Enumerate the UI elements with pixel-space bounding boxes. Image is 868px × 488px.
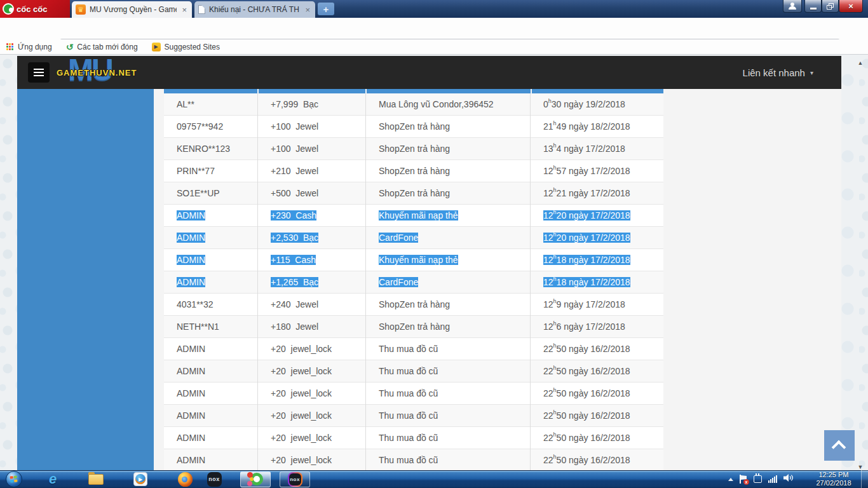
table-row[interactable]: ADMIN+20 jewel_lockThu mua đồ cũ22h50 ng… [164,360,663,383]
cell-amount: +20 jewel_lock [258,405,366,427]
table-row[interactable]: PRIN**77+210 JewelShopZen trả hàng12h57 … [164,160,663,182]
cell-time: 22h50 ngày 16/2/2018 [531,405,663,427]
bookmark-label: Các tab mới đóng [77,43,137,51]
cell-description: Thu mua đồ cũ [366,338,531,360]
close-icon: × [848,1,853,11]
minimize-button[interactable] [804,0,822,13]
suggested-sites-icon: ▶ [152,43,161,51]
coccoc-logo-icon [3,3,14,15]
system-tray: x [728,470,811,488]
taskbar-nox-icon[interactable]: nox [205,471,224,487]
show-desktop-button[interactable] [861,470,868,488]
cell-account: ADMIN [164,338,258,360]
cell-description: Khuyến mãi nạp thẻ [366,205,531,227]
cell-account: ADMIN [164,383,258,405]
table-row[interactable]: ADMIN+20 jewel_lockThu mua đồ cũ22h50 ng… [164,449,663,470]
cell-account: SO1E**UP [164,182,258,205]
table-row[interactable]: ADMIN+20 jewel_lockThu mua đồ cũ22h50 ng… [164,427,663,449]
cell-time: 12h21 ngày 17/2/2018 [531,182,663,205]
cell-description: Thu mua đồ cũ [366,405,531,427]
bookmark-suggested-sites[interactable]: ▶ Suggested Sites [152,43,220,51]
chevron-down-icon: ▾ [810,69,813,76]
taskbar-firefox-icon[interactable] [175,471,194,487]
table-row[interactable]: ADMIN+1,265 BạcCardFone12h18 ngày 17/2/2… [164,271,663,294]
cell-account: ADMIN [164,227,258,249]
cell-account: ADMIN [164,249,258,271]
table-row[interactable]: SO1E**UP+500 JewelShopZen trả hàng12h21 … [164,182,663,205]
taskbar-explorer-icon[interactable] [86,471,105,487]
cell-time: 12h20 ngày 17/2/2018 [531,205,663,227]
scrollbar-down-icon[interactable]: ▼ [856,464,865,470]
browser-toolbar: ← → ↻ i vq.gamethuvn.net/account/#auth/b… [0,18,868,39]
chevron-up-icon [832,440,846,455]
bank-log-table: AL**+7,999 BạcMua Lông vũ Condor,3964520… [164,93,663,470]
table-row[interactable]: ADMIN+2,530 BạcCardFone12h20 ngày 17/2/2… [164,227,663,249]
menu-hamburger-button[interactable] [28,62,50,83]
cell-time: 12h57 ngày 17/2/2018 [531,160,663,182]
table-row[interactable]: ADMIN+230 CashKhuyến mãi nạp thẻ12h20 ng… [164,205,663,227]
cell-time: 13h4 ngày 17/2/2018 [531,138,663,160]
cell-description: Thu mua đồ cũ [366,449,531,470]
scrollbar-up-icon[interactable]: ▲ [856,60,865,66]
bookmark-apps[interactable]: Ứng dụng [6,43,52,51]
cell-time: 12h6 ngày 17/2/2018 [531,316,663,338]
browser-titlebar: cốc cốc ♛ MU Vương Quyền - Game × Khiếu … [0,0,868,18]
tab-close-icon[interactable]: × [304,5,311,15]
restore-button[interactable] [822,0,839,13]
table-row[interactable]: 4031**32+240 JewelShopZen trả hàng12h9 n… [164,294,663,316]
cell-amount: +230 Cash [258,205,366,227]
taskbar-clock[interactable]: 12:25 PM 27/02/2018 [808,470,859,488]
network-signal-icon[interactable] [768,475,777,483]
cell-time: 22h50 ngày 16/2/2018 [531,427,663,449]
tab-title: MU Vương Quyền - Game [90,5,177,14]
table-row[interactable]: ADMIN+115 CashKhuyến mãi nạp thẻ12h18 ng… [164,249,663,271]
cell-description: Mua Lông vũ Condor,396452 [366,93,531,116]
cell-amount: +7,999 Bạc [258,93,366,116]
tray-show-hidden-icon[interactable] [728,478,733,481]
volume-icon[interactable] [783,473,794,485]
table-row[interactable]: 09757**942+100 JewelShopZen trả hàng21h4… [164,116,663,138]
table-row[interactable]: ADMIN+20 jewel_lockThu mua đồ cũ22h50 ng… [164,383,663,405]
table-row[interactable]: KENRO**123+100 JewelShopZen trả hàng13h4… [164,138,663,160]
start-button[interactable] [6,471,22,487]
cell-description: ShopZen trả hàng [366,316,531,338]
table-row[interactable]: NETH**N1+180 JewelShopZen trả hàng12h6 n… [164,316,663,338]
back-to-top-button[interactable] [824,430,855,461]
table-row[interactable]: ADMIN+20 jewel_lockThu mua đồ cũ22h50 ng… [164,338,663,360]
coccoc-brand-banner[interactable]: cốc cốc [0,0,70,18]
clock-date: 27/02/2018 [816,479,851,487]
tab-title: Khiếu nại - CHƯA TRẢ TH [209,5,300,14]
cell-amount: +100 Jewel [258,116,366,138]
taskbar-internet-explorer-icon[interactable]: e [43,471,62,487]
coccoc-tet-icon [248,472,263,487]
cell-amount: +20 jewel_lock [258,449,366,470]
site-logo[interactable]: MU GAMETHUVN.NET [57,56,158,89]
cell-description: ShopZen trả hàng [366,116,531,138]
webpage-viewport: MU GAMETHUVN.NET Liên kết nhanh ▾ AL**+7… [0,55,868,470]
taskbar-noxplayer-button[interactable]: nox [280,471,310,487]
action-center-flag-icon[interactable]: x [740,475,747,484]
restore-icon [827,3,834,10]
table-row[interactable]: AL**+7,999 BạcMua Lông vũ Condor,3964520… [164,93,663,116]
page-favicon-icon [198,5,205,14]
cell-account: ADMIN [164,427,258,449]
tab-close-icon[interactable]: × [180,5,188,15]
tab-khieu-nai[interactable]: Khiếu nại - CHƯA TRẢ TH × [194,1,315,18]
cell-description: ShopZen trả hàng [366,160,531,182]
screen: cốc cốc ♛ MU Vương Quyền - Game × Khiếu … [0,0,868,488]
quick-links-dropdown[interactable]: Liên kết nhanh ▾ [743,56,813,89]
cell-amount: +240 Jewel [258,294,366,316]
profile-button[interactable] [783,0,802,13]
tab-mu-vuong-quyen[interactable]: ♛ MU Vương Quyền - Game × [72,1,192,18]
remove-hardware-icon[interactable] [754,475,762,483]
cell-description: Khuyến mãi nạp thẻ [366,249,531,271]
bookmark-recent-tabs[interactable]: ↺ Các tab mới đóng [66,42,138,52]
bookmarks-bar: Ứng dụng ↺ Các tab mới đóng ▶ Suggested … [0,39,868,55]
close-window-button[interactable]: × [839,0,863,13]
quick-links-label: Liên kết nhanh [743,67,805,78]
taskbar-coccoc-button-active[interactable] [240,471,271,487]
apps-grid-icon [6,43,14,51]
taskbar-media-player-icon[interactable]: ▶ [131,471,150,487]
table-row[interactable]: ADMIN+20 jewel_lockThu mua đồ cũ22h50 ng… [164,405,663,427]
new-tab-button[interactable]: + [318,3,334,15]
